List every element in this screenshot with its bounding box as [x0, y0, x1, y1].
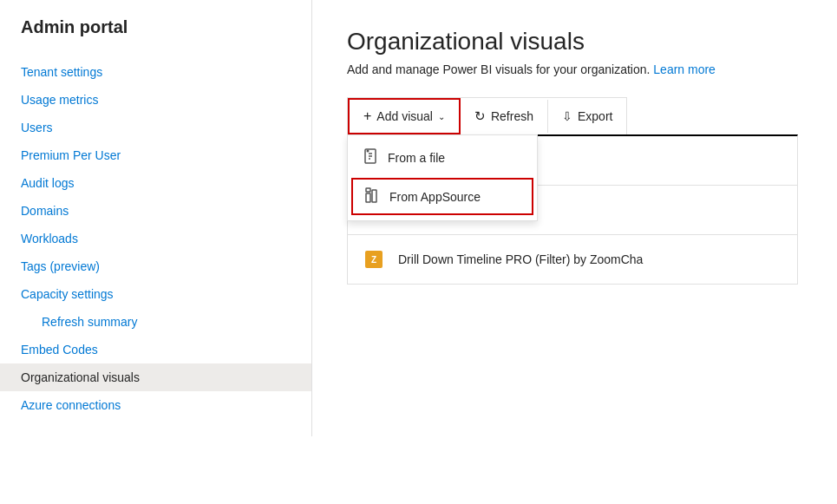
plus-icon: +: [363, 108, 371, 124]
from-file-label: From a file: [388, 151, 445, 165]
sidebar-item-organizational-visuals[interactable]: Organizational visuals: [0, 363, 311, 391]
app-title: Admin portal: [0, 17, 311, 58]
table-row[interactable]: Z Drill Down Timeline PRO (Filter) by Zo…: [348, 235, 797, 284]
export-label: Export: [578, 109, 612, 123]
sidebar: Admin portal Tenant settings Usage metri…: [0, 0, 312, 504]
main-content: Organizational visuals Add and manage Po…: [312, 0, 837, 504]
sidebar-item-azure-connections[interactable]: Azure connections: [0, 391, 311, 419]
page-subtitle: Add and manage Power BI visuals for your…: [347, 62, 802, 76]
sidebar-item-users[interactable]: Users: [0, 114, 311, 141]
file-icon: [362, 147, 379, 167]
svg-point-1: [367, 150, 369, 153]
visual-name: Drill Down Timeline PRO (Filter) by Zoom…: [398, 252, 643, 266]
sidebar-item-premium-per-user[interactable]: Premium Per User: [0, 141, 311, 169]
dropdown-from-file[interactable]: From a file: [348, 139, 537, 176]
add-visual-button[interactable]: + Add visual ⌄: [348, 98, 461, 134]
sidebar-item-capacity-settings[interactable]: Capacity settings: [0, 280, 311, 308]
add-visual-dropdown: From a file From AppSource: [347, 134, 538, 221]
sidebar-item-tags-preview[interactable]: Tags (preview): [0, 252, 311, 280]
dropdown-from-appsource[interactable]: From AppSource: [351, 178, 533, 215]
refresh-icon: ↻: [474, 108, 486, 124]
svg-rect-4: [366, 188, 370, 192]
svg-rect-3: [372, 190, 376, 202]
appsource-icon: [363, 187, 381, 206]
sidebar-item-usage-metrics[interactable]: Usage metrics: [0, 86, 311, 114]
add-visual-label: Add visual: [376, 109, 433, 123]
toolbar: + Add visual ⌄ ↻ Refresh ⇩ Export: [347, 97, 627, 134]
visual-icon: Z: [362, 247, 386, 272]
sidebar-item-embed-codes[interactable]: Embed Codes: [0, 336, 311, 363]
chevron-down-icon: ⌄: [438, 112, 445, 121]
sidebar-item-domains[interactable]: Domains: [0, 197, 311, 225]
sidebar-item-tenant-settings[interactable]: Tenant settings: [0, 58, 311, 86]
subtitle-text: Add and manage Power BI visuals for your…: [347, 62, 650, 76]
learn-more-link[interactable]: Learn more: [653, 62, 716, 76]
export-icon: ⇩: [562, 109, 572, 123]
page-title: Organizational visuals: [347, 28, 802, 56]
refresh-button[interactable]: ↻ Refresh: [461, 100, 548, 133]
svg-text:Z: Z: [371, 255, 376, 265]
export-button[interactable]: ⇩ Export: [548, 101, 626, 132]
from-appsource-label: From AppSource: [389, 190, 481, 204]
sidebar-item-workloads[interactable]: Workloads: [0, 225, 311, 252]
svg-rect-2: [366, 193, 370, 202]
sidebar-item-audit-logs[interactable]: Audit logs: [0, 169, 311, 197]
sidebar-item-refresh-summary[interactable]: Refresh summary: [0, 308, 311, 336]
refresh-label: Refresh: [491, 109, 533, 123]
